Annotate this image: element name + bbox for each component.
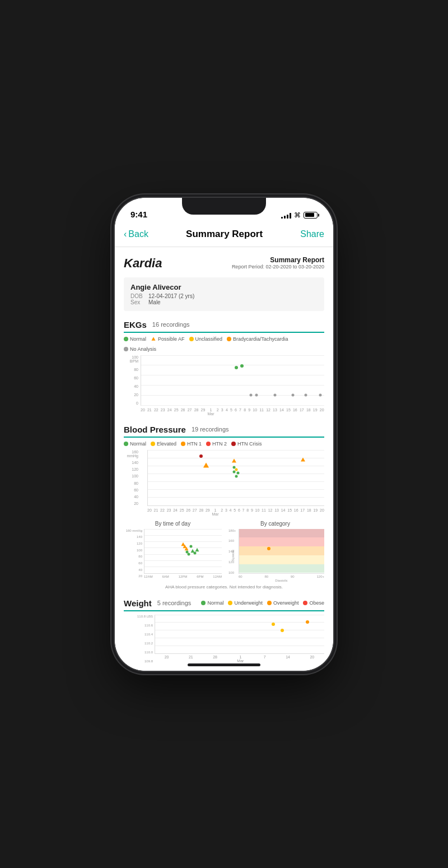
weight-header: Weight 5 recordings Normal Underweight O… xyxy=(124,598,324,611)
time-chart-area xyxy=(144,529,222,574)
patient-name: Angie Alivecor xyxy=(130,283,318,291)
report-info: Summary Report Report Period: 02-20-2020… xyxy=(232,256,324,270)
ekgs-header: EKGs 16 recordings xyxy=(124,320,324,333)
by-category-title: By category xyxy=(226,521,324,527)
legend-normal: Normal xyxy=(124,336,146,342)
legend-unclassified: Unclassified xyxy=(189,336,223,342)
diastolic-label: Diastolic xyxy=(239,579,324,582)
ekgs-section: EKGs 16 recordings Normal Possible AF xyxy=(124,320,324,416)
ekgs-title: EKGs xyxy=(124,320,147,329)
dob-value: 12-04-2017 (2 yrs) xyxy=(148,293,194,299)
scroll-content[interactable]: Kardia Summary Report Report Period: 02-… xyxy=(115,247,333,671)
phone-screen: 9:41 ⌘ ‹ Back Summary Report xyxy=(115,198,333,671)
patient-sex: Sex Male xyxy=(130,299,318,305)
ekgs-count: 16 recordings xyxy=(152,321,190,328)
dob-label: DOB xyxy=(130,293,146,299)
bp-charts-row: By time of day 160 mmHg 140 120 100 80 6… xyxy=(124,521,324,582)
bp-legend: Normal Elevated HTN 1 HTN 2 HTN Crisis xyxy=(124,441,324,447)
status-icons: ⌘ xyxy=(281,211,318,219)
weight-x-labels: 2021 28 1Mar 71420 xyxy=(155,655,324,663)
legend-brady-tachy: Bradycardia/Tachycardia xyxy=(227,336,288,342)
battery-icon xyxy=(304,212,318,219)
time-chart-y-labels: 160 mmHg 140 120 100 80 60 40 20 xyxy=(124,529,142,578)
kardia-logo: Kardia xyxy=(124,256,162,271)
chevron-left-icon: ‹ xyxy=(124,229,127,239)
back-button[interactable]: ‹ Back xyxy=(124,229,148,239)
report-period: Report Period: 02-20-2020 to 03-20-2020 xyxy=(232,264,324,270)
page1-header: Kardia Summary Report Report Period: 02-… xyxy=(124,256,324,271)
nav-title: Summary Report xyxy=(186,229,263,240)
legend-no-analysis: No Analysis xyxy=(124,346,156,352)
sex-value: Male xyxy=(148,299,161,305)
weight-y-labels: 110.8 LBS 110.6 110.4 110.2 110.0 109.8 xyxy=(124,615,153,663)
weight-legend: Normal Underweight Overweight Obese xyxy=(201,600,324,606)
bp-section: Blood Pressure 19 recordings Normal Elev… xyxy=(124,425,324,590)
time-x-labels: 12AM6AM12PM6PM12AM xyxy=(144,575,222,578)
bp-main-chart xyxy=(147,450,324,506)
category-chart-area xyxy=(239,529,324,574)
bp-title: Blood Pressure xyxy=(124,425,186,434)
bp-legend-htn2: HTN 2 xyxy=(206,441,227,447)
home-indicator xyxy=(188,663,260,666)
ekgs-y-labels: 100 BPM 80 60 40 20 0 xyxy=(124,355,138,406)
weight-chart-area xyxy=(155,615,324,654)
page-1: Kardia Summary Report Report Period: 02-… xyxy=(115,247,333,671)
category-y-labels: 180+ 160 140 120 100 xyxy=(227,529,236,574)
ekgs-legend: Normal Possible AF Unclassified Bra xyxy=(124,336,324,352)
bp-header: Blood Pressure 19 recordings xyxy=(124,425,324,438)
ekgs-chart xyxy=(141,355,324,406)
bp-legend-htn-crisis: HTN Crisis xyxy=(231,441,262,447)
status-time: 9:41 xyxy=(130,210,147,219)
bp-y-labels: 160 mmHg 140 120 100 80 60 40 20 xyxy=(124,450,138,506)
patient-info-box: Angie Alivecor DOB 12-04-2017 (2 yrs) Se… xyxy=(124,277,324,311)
category-x-labels: 608090120+ xyxy=(239,575,324,578)
back-label: Back xyxy=(128,229,148,239)
weight-count: 5 recordings xyxy=(157,600,192,606)
bp-by-category: By category Systolic 180+ 160 140 120 10… xyxy=(226,521,324,582)
weight-title: Weight xyxy=(124,598,152,608)
bp-x-labels: 202122232425 26272829 1Mar 23456789 1011… xyxy=(147,508,324,516)
patient-dob: DOB 12-04-2017 (2 yrs) xyxy=(130,293,318,299)
bp-count: 19 recordings xyxy=(192,426,229,433)
bp-legend-normal: Normal xyxy=(124,441,146,447)
bp-legend-htn1: HTN 1 xyxy=(181,441,202,447)
report-info-title: Summary Report xyxy=(232,256,324,264)
bp-legend-elevated: Elevated xyxy=(151,441,176,447)
by-time-title: By time of day xyxy=(124,521,222,527)
phone-frame: 9:41 ⌘ ‹ Back Summary Report xyxy=(115,198,333,671)
legend-possible-af: Possible AF xyxy=(151,336,185,342)
signal-icon xyxy=(281,212,291,219)
sex-label: Sex xyxy=(130,299,146,305)
notch xyxy=(182,198,266,215)
ekgs-x-labels: 202122232425 26272829 1Mar 23456789 1011… xyxy=(141,408,324,416)
share-button[interactable]: Share xyxy=(300,229,324,239)
weight-section: Weight 5 recordings Normal Underweight O… xyxy=(124,598,324,663)
bp-by-time: By time of day 160 mmHg 140 120 100 80 6… xyxy=(124,521,222,582)
aha-note: AHA blood pressure categories. Not inten… xyxy=(124,584,324,590)
wifi-icon: ⌘ xyxy=(294,211,301,219)
nav-bar: ‹ Back Summary Report Share xyxy=(115,222,333,247)
